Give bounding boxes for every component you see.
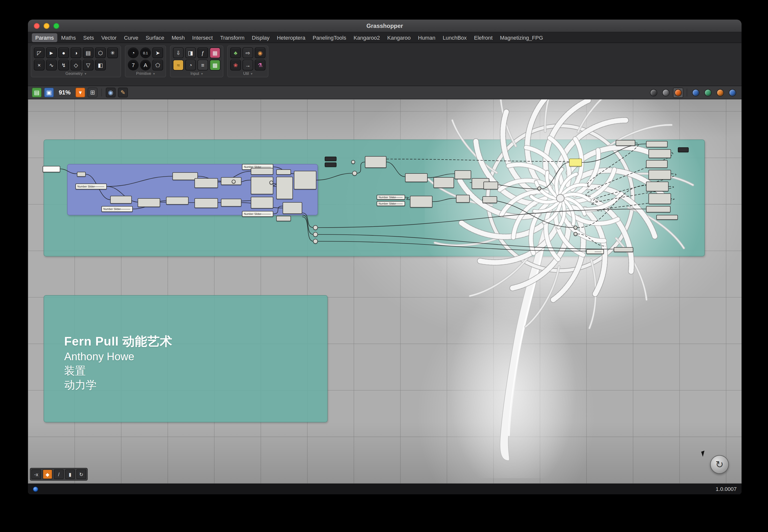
component-icon[interactable]: ⇩ xyxy=(173,47,184,58)
gh-node[interactable] xyxy=(646,182,669,191)
component-icon[interactable]: ➤ xyxy=(152,47,163,58)
chevron-down-icon[interactable]: ▾ xyxy=(201,72,203,76)
gh-param-node[interactable] xyxy=(573,226,578,230)
gh-node[interactable] xyxy=(649,149,671,158)
minimize-button[interactable] xyxy=(44,23,49,29)
gh-canvas[interactable]: Fern Pull 动能艺术 Anthony Howe 装置 动力学 -x◆/▮… xyxy=(28,99,742,484)
gh-node[interactable] xyxy=(405,173,428,182)
gh-node[interactable] xyxy=(646,160,668,168)
component-icon[interactable]: ◔ xyxy=(185,60,196,70)
custom-preview-ball-icon[interactable] xyxy=(675,89,682,96)
canvas-widget-button[interactable]: -x xyxy=(31,469,41,479)
menu-tab-lunchbox[interactable]: LunchBox xyxy=(439,33,470,42)
blue-ball-icon[interactable] xyxy=(692,89,699,96)
gh-node[interactable] xyxy=(138,198,160,207)
gh-node[interactable] xyxy=(325,157,337,161)
gh-node[interactable] xyxy=(649,170,671,180)
gh-node[interactable] xyxy=(483,182,498,189)
menu-tab-elefront[interactable]: Elefront xyxy=(471,33,496,42)
menu-tab-display[interactable]: Display xyxy=(248,33,273,42)
component-icon[interactable]: ▽ xyxy=(83,60,93,70)
gh-param-node[interactable] xyxy=(573,232,578,236)
blue2-ball-icon[interactable] xyxy=(729,89,736,96)
component-icon[interactable]: ♣ xyxy=(230,47,241,58)
gh-node[interactable] xyxy=(410,196,432,208)
green-ball-icon[interactable] xyxy=(704,89,712,96)
gh-node[interactable] xyxy=(456,195,470,203)
gh-node[interactable] xyxy=(195,198,218,208)
gh-param-node[interactable] xyxy=(352,171,357,176)
component-icon[interactable]: ƒ xyxy=(198,47,208,58)
component-icon[interactable]: ▦ xyxy=(210,47,221,58)
gh-node[interactable] xyxy=(616,140,635,146)
gh-node[interactable] xyxy=(365,156,386,168)
component-icon[interactable]: ≈ xyxy=(173,60,184,70)
component-icon[interactable]: ◉ xyxy=(255,47,266,58)
gh-node[interactable] xyxy=(482,196,497,203)
maximize-button[interactable] xyxy=(53,23,59,29)
component-icon[interactable]: ⚗ xyxy=(255,60,266,70)
component-icon[interactable]: 7 xyxy=(128,60,138,70)
menu-tab-params[interactable]: Params xyxy=(32,33,57,42)
canvas-widget-button[interactable]: / xyxy=(54,469,64,479)
menu-tab-transform[interactable]: Transform xyxy=(217,33,248,42)
close-button[interactable] xyxy=(34,23,40,29)
gh-param-node[interactable] xyxy=(313,232,318,237)
view-trackball[interactable]: ↻ xyxy=(710,455,729,474)
component-icon[interactable]: ⬠ xyxy=(152,60,163,70)
menu-tab-vector[interactable]: Vector xyxy=(98,33,120,42)
gh-node-number-slider[interactable]: Number Slider xyxy=(377,201,405,206)
gh-node[interactable] xyxy=(77,172,86,177)
gh-node[interactable] xyxy=(251,177,273,194)
gh-node[interactable] xyxy=(614,247,633,252)
menu-tab-magnetizing_fpg[interactable]: Magnetizing_FPG xyxy=(496,33,546,42)
canvas-widget-button[interactable]: ▮ xyxy=(65,469,75,479)
menu-tab-surface[interactable]: Surface xyxy=(142,33,168,42)
component-icon[interactable]: × xyxy=(34,60,45,70)
gh-node[interactable] xyxy=(221,199,242,207)
zoom-dropdown-button[interactable]: ▾ xyxy=(75,88,85,97)
component-icon[interactable]: ▤ xyxy=(83,47,93,58)
component-icon[interactable]: → xyxy=(243,60,253,70)
chevron-down-icon[interactable]: ▾ xyxy=(85,72,86,76)
canvas-widget-button[interactable]: ↻ xyxy=(76,469,86,479)
gh-node[interactable] xyxy=(251,168,273,175)
component-icon[interactable]: ⬡ xyxy=(95,47,106,58)
gh-node-number-slider[interactable]: Number Slider xyxy=(377,195,405,200)
component-icon[interactable]: ◇ xyxy=(70,60,81,70)
menu-tab-kangaroo2[interactable]: Kangaroo2 xyxy=(350,33,384,42)
canvas-widget-button[interactable]: ◆ xyxy=(43,469,52,479)
gh-node[interactable] xyxy=(656,215,678,220)
gh-node-number-slider[interactable]: Number Slider xyxy=(75,184,107,189)
shaded-ball-icon[interactable] xyxy=(650,89,657,96)
component-icon[interactable]: ▩ xyxy=(210,60,221,70)
new-file-icon[interactable]: ▤ xyxy=(32,88,42,97)
menu-tab-intersect[interactable]: Intersect xyxy=(189,33,216,42)
component-icon[interactable]: ≡ xyxy=(198,60,208,70)
component-icon[interactable]: ► xyxy=(46,47,57,58)
gh-node[interactable] xyxy=(646,206,671,212)
gh-node[interactable] xyxy=(276,169,291,175)
gh-param-node[interactable] xyxy=(313,239,318,244)
orange-ball-icon[interactable] xyxy=(717,89,724,96)
component-icon[interactable]: ◸ xyxy=(34,47,45,58)
component-icon[interactable]: ⇨ xyxy=(243,47,253,58)
menu-tab-human[interactable]: Human xyxy=(415,33,439,42)
gh-node[interactable] xyxy=(283,202,302,214)
gh-node[interactable] xyxy=(325,162,337,167)
component-icon[interactable]: ● xyxy=(58,47,69,58)
chevron-down-icon[interactable]: ▾ xyxy=(153,72,155,76)
save-icon[interactable]: ▣ xyxy=(44,88,54,97)
solver-status-icon[interactable] xyxy=(33,486,38,492)
gh-node[interactable] xyxy=(649,193,671,204)
gh-node[interactable] xyxy=(294,171,316,189)
menu-tab-maths[interactable]: Maths xyxy=(58,33,79,42)
gh-node[interactable] xyxy=(678,147,689,152)
gh-node[interactable] xyxy=(276,177,293,199)
preview-eye-icon[interactable]: ◉ xyxy=(106,88,115,97)
gh-node-number-slider[interactable]: Number Slider xyxy=(242,211,273,217)
component-icon[interactable]: 0.1 xyxy=(140,47,151,58)
gh-node[interactable] xyxy=(195,178,218,188)
menu-tab-kangaroo[interactable]: Kangaroo xyxy=(384,33,414,42)
menu-tab-panelingtools[interactable]: PanelingTools xyxy=(309,33,350,42)
